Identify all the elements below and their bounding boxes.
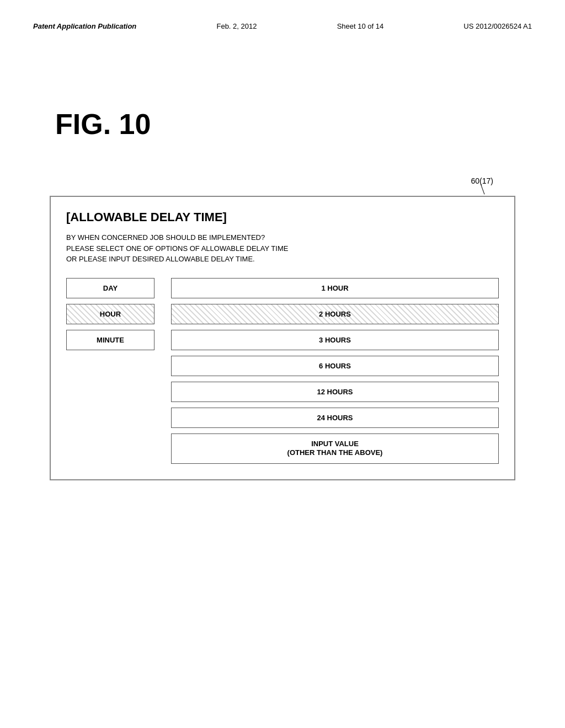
dialog-desc-line3: OR PLEASE INPUT DESIRED ALLOWABLE DELAY … <box>66 255 255 263</box>
dialog-box: [ALLOWABLE DELAY TIME] BY WHEN CONCERNED… <box>50 196 515 480</box>
options-area: DAY HOUR MINUTE 1 HOUR 2 HOURS 3 HOURS 6… <box>66 278 499 464</box>
hour-button[interactable]: HOUR <box>66 304 154 324</box>
6-hours-button[interactable]: 6 HOURS <box>171 356 499 376</box>
header-date: Feb. 2, 2012 <box>216 22 257 30</box>
unit-selector-column: DAY HOUR MINUTE <box>66 278 154 464</box>
24-hours-button[interactable]: 24 HOURS <box>171 408 499 428</box>
dialog-desc-line1: BY WHEN CONCERNED JOB SHOULD BE IMPLEMEN… <box>66 233 265 242</box>
header-sheet: Sheet 10 of 14 <box>337 22 384 30</box>
minute-button[interactable]: MINUTE <box>66 330 154 350</box>
dialog-title: [ALLOWABLE DELAY TIME] <box>66 210 499 224</box>
day-button[interactable]: DAY <box>66 278 154 298</box>
dialog-desc-line2: PLEASE SELECT ONE OF OPTIONS OF ALLOWABL… <box>66 244 288 253</box>
reference-number: 60(17) <box>471 176 493 185</box>
page-header: Patent Application Publication Feb. 2, 2… <box>0 0 565 41</box>
input-value-button[interactable]: INPUT VALUE(OTHER THAN THE ABOVE) <box>171 433 499 464</box>
dialog-description: BY WHEN CONCERNED JOB SHOULD BE IMPLEMEN… <box>66 232 499 265</box>
header-publication-type: Patent Application Publication <box>33 22 136 30</box>
12-hours-button[interactable]: 12 HOURS <box>171 382 499 402</box>
3-hours-button[interactable]: 3 HOURS <box>171 330 499 350</box>
figure-label: FIG. 10 <box>55 108 565 141</box>
2-hours-button[interactable]: 2 HOURS <box>171 304 499 324</box>
header-patent-number: US 2012/0026524 A1 <box>463 22 532 30</box>
1-hour-button[interactable]: 1 HOUR <box>171 278 499 298</box>
hour-options-column: 1 HOUR 2 HOURS 3 HOURS 6 HOURS 12 HOURS … <box>171 278 499 464</box>
